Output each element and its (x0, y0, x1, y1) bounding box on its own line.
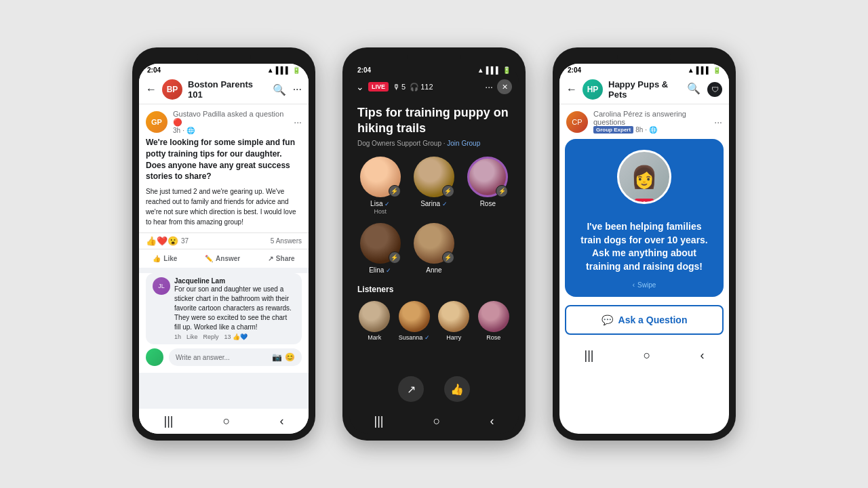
phone-3-status-icons: ▲ ▌▌▌ 🔋 (688, 66, 721, 74)
phone-3-screen: 2:04 ▲ ▌▌▌ 🔋 ← HP Happy Pups & Pets 🔍 🛡 (559, 64, 729, 434)
more-icon[interactable]: ··· (293, 83, 302, 96)
question-icon: 💬 (601, 314, 613, 325)
phone-2-time: 2:04 (357, 66, 371, 74)
listener-harry-name: Harry (446, 334, 461, 341)
phone-1-notch (197, 54, 251, 60)
carolina-avatar: CP (566, 111, 588, 133)
speaker-rose-mic: ⚡ (496, 185, 508, 197)
listener-susanna: Susanna ✓ (397, 301, 432, 341)
comment-like[interactable]: Like (186, 333, 198, 340)
comment-author: Jacqueline Lam (174, 277, 295, 285)
listener-susanna-avatar (399, 301, 430, 332)
more-icon-3[interactable]: ··· (714, 117, 722, 127)
phone-3-post-header: CP Carolina Pérez is answering questions… (559, 104, 729, 136)
comment-body: Jacqueline Lam For our son and daughter … (174, 277, 295, 340)
live-badge: LIVE (368, 82, 389, 92)
phone-2-status-icons: ▲ ▌▌▌ 🔋 (477, 66, 511, 74)
comment-item: JL Jacqueline Lam For our son and daught… (146, 273, 302, 344)
live-close-button[interactable]: ✕ (497, 79, 512, 94)
battery-icon-2: 🔋 (502, 66, 511, 74)
listener-rose: Rose (477, 301, 511, 341)
live-content: Tips for training puppy on hiking trails… (349, 98, 519, 369)
search-icon-3[interactable]: 🔍 (687, 82, 701, 97)
group-avatar: BP (162, 79, 182, 100)
signal-icon-2: ▌▌▌ (486, 66, 500, 74)
nav-menu-3[interactable]: ||| (585, 348, 594, 363)
speaker-lisa-mic: ⚡ (389, 185, 401, 197)
phone-3-header: ← HP Happy Pups & Pets 🔍 🛡 (559, 75, 729, 104)
shield-icon-3[interactable]: 🛡 (707, 82, 722, 97)
like-icon: 👍 (153, 255, 161, 262)
listener-harry-avatar (438, 301, 469, 332)
phone-2: 2:04 ▲ ▌▌▌ 🔋 ⌄ LIVE 🎙 5 🎧 112 ··· ✕ Tips… (342, 47, 526, 441)
comment-time: 1h (174, 333, 181, 340)
nav-menu[interactable]: ||| (164, 414, 174, 428)
listeners-grid: Mark Susanna ✓ Harry Rose (357, 301, 511, 341)
like-action-button[interactable]: 👍 (444, 376, 470, 402)
speaker-rose: ⚡ Rose (465, 157, 511, 215)
live-actions: ↗ 👍 (349, 369, 519, 409)
share-button[interactable]: ↗ Share (262, 252, 300, 265)
speaker-anne: ⚡ Anne (411, 223, 456, 274)
speaker-elina-name: Elina ✓ (369, 266, 391, 274)
speakers-grid: ⚡ Lisa ✓ Host ⚡ Sarina ✓ (357, 157, 511, 274)
search-icon[interactable]: 🔍 (273, 83, 286, 96)
group-avatar-3: HP (583, 79, 603, 100)
post-reactions: 👍❤️😮 37 5 Answers (139, 232, 309, 249)
answer-button[interactable]: ✏️ Answer (199, 252, 245, 265)
phone-1-fb-header: ← BP Boston Parents 101 🔍 ··· (139, 75, 309, 104)
ask-question-button[interactable]: 💬 Ask a Question (565, 305, 724, 335)
post-more-icon[interactable]: ··· (294, 117, 302, 127)
speaker-sarina-name: Sarina ✓ (420, 200, 448, 207)
live-more-icon[interactable]: ··· (485, 81, 493, 92)
post-author-name: Gustavo Padilla asked a question 🔴 (173, 110, 288, 127)
phone-3: 2:04 ▲ ▌▌▌ 🔋 ← HP Happy Pups & Pets 🔍 🛡 (553, 47, 736, 441)
group-name: Boston Parents 101 (188, 79, 267, 100)
nav-back-2[interactable]: ‹ (490, 414, 494, 428)
header-action-icons: 🔍 ··· (273, 83, 302, 96)
answer-icon: ✏️ (205, 255, 213, 262)
live-title: Tips for training puppy on hiking trails (357, 105, 511, 137)
nav-home-3[interactable]: ○ (644, 348, 651, 363)
speaker-lisa-name: Lisa ✓ (370, 200, 390, 207)
write-answer-input[interactable]: Write an answer... 📷 😊 (169, 348, 302, 366)
qa-badge: Q&A (635, 199, 654, 204)
live-chevron-icon[interactable]: ⌄ (356, 81, 364, 92)
nav-home-2[interactable]: ○ (433, 414, 441, 428)
phone-2-navbar: ||| ○ ‹ (349, 409, 519, 434)
wifi-icon: ▲ (267, 66, 274, 74)
qa-swipe[interactable]: ‹ Swipe (565, 281, 724, 297)
back-button-3[interactable]: ← (566, 83, 577, 96)
share-action-button[interactable]: ↗ (398, 376, 424, 402)
expert-badge: Group Expert (593, 126, 633, 134)
like-button[interactable]: 👍 Like (147, 252, 182, 265)
join-group-link[interactable]: Join Group (447, 140, 480, 147)
speaker-elina-mic: ⚡ (389, 251, 401, 264)
post-author-avatar: GP (146, 111, 167, 133)
carolina-name: Carolina Pérez is answering questions (593, 110, 709, 126)
nav-back[interactable]: ‹ (279, 414, 283, 428)
wifi-icon-2: ▲ (477, 66, 484, 74)
share-icon: ↗ (268, 255, 273, 262)
live-mic-count: 🎙 5 (393, 83, 406, 91)
comment-reply[interactable]: Reply (203, 333, 219, 340)
post-title: We're looking for some simple and fun po… (146, 137, 302, 182)
expert-photo: 👩 Q&A (617, 150, 671, 204)
phone-3-notch (617, 54, 671, 60)
signal-icon-3: ▌▌▌ (696, 66, 711, 74)
post-body: She just turned 2 and we're gearing up. … (146, 186, 302, 227)
nav-home[interactable]: ○ (223, 414, 231, 428)
camera-icon: 📷 (272, 352, 282, 362)
comment-meta: 1h Like Reply 13 👍💙 (174, 333, 295, 340)
back-button[interactable]: ← (146, 83, 157, 96)
phone-1: 2:04 ▲ ▌▌▌ 🔋 ← BP Boston Parents 101 🔍 ·… (132, 47, 315, 441)
answers-count: 5 Answers (271, 237, 302, 245)
post-header: GP Gustavo Padilla asked a question 🔴 3h… (139, 104, 309, 137)
listeners-label: Listeners (357, 285, 511, 294)
phone-3-navbar: ||| ○ ‹ (559, 343, 729, 368)
header-icons-3: 🔍 🛡 (687, 82, 722, 97)
nav-back-3[interactable]: ‹ (700, 348, 704, 363)
phone-1-navbar: ||| ○ ‹ (139, 409, 309, 434)
speaker-sarina: ⚡ Sarina ✓ (411, 157, 456, 215)
nav-menu-2[interactable]: ||| (374, 414, 384, 428)
